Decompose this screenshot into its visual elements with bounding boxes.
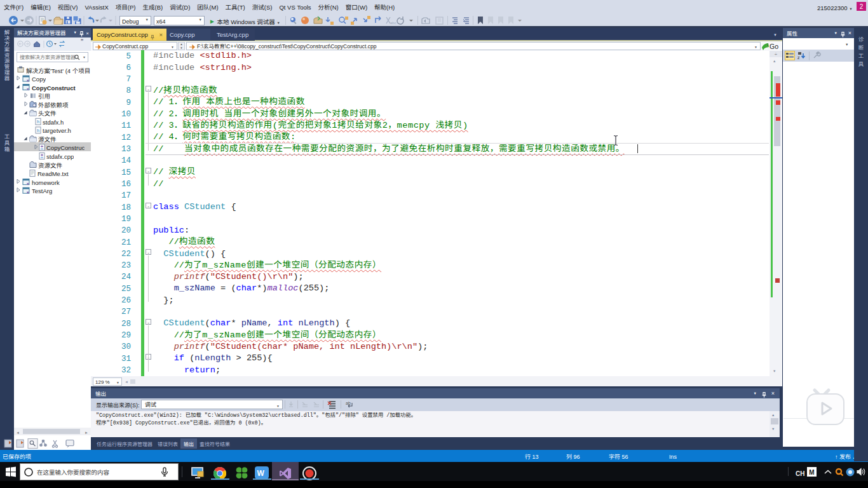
svg-text:abc: abc <box>390 20 397 25</box>
svg-text:W: W <box>257 469 265 478</box>
svg-text:h: h <box>37 119 39 124</box>
svg-text:h: h <box>37 128 39 133</box>
svg-text:z: z <box>797 54 800 60</box>
svg-text:ab: ab <box>346 401 351 405</box>
